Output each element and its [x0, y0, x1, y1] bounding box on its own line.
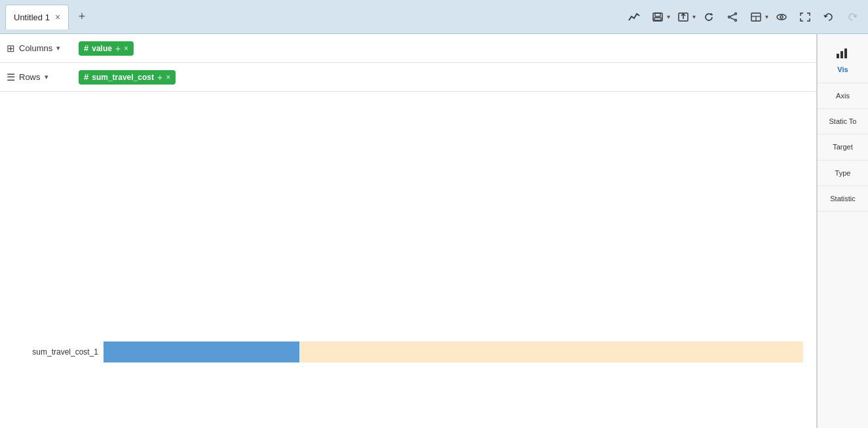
- right-panel-axis[interactable]: Axis: [818, 83, 868, 109]
- tab-close-button[interactable]: ×: [55, 12, 60, 22]
- columns-pill-remove[interactable]: ×: [124, 44, 128, 53]
- layout-icon[interactable]: [745, 7, 766, 28]
- svg-rect-15: [837, 54, 839, 58]
- svg-line-8: [730, 14, 735, 16]
- share-icon[interactable]: [722, 7, 743, 28]
- vis-label: Vis: [837, 66, 848, 73]
- content-area: ⊞ Columns ▾ # value + × ☰ Rows ▾ # sum_t…: [0, 34, 817, 428]
- undo-icon[interactable]: [818, 7, 839, 28]
- columns-label: ⊞ Columns ▾: [7, 43, 79, 54]
- columns-pill-hash: #: [84, 43, 88, 53]
- rows-pill-sum-travel[interactable]: # sum_travel_cost + ×: [79, 70, 176, 85]
- bar-row: sum_travel_cost_1: [13, 341, 803, 362]
- rows-icon: ☰: [7, 71, 15, 83]
- columns-text: Columns: [19, 43, 52, 53]
- svg-point-5: [735, 12, 737, 14]
- rows-chevron[interactable]: ▾: [45, 73, 48, 81]
- svg-rect-16: [840, 51, 843, 58]
- tab-untitled[interactable]: Untitled 1 ×: [5, 5, 69, 29]
- axis-label: Axis: [836, 92, 850, 100]
- rows-pill-add[interactable]: +: [157, 72, 162, 83]
- rows-pill-remove[interactable]: ×: [166, 73, 170, 82]
- bar-container: [104, 341, 803, 362]
- svg-point-13: [777, 14, 786, 20]
- bar-row-label: sum_travel_cost_1: [13, 347, 98, 357]
- right-panel-statistic[interactable]: Statistic: [818, 186, 868, 212]
- vis-icon: [821, 47, 864, 63]
- right-panel: Vis Axis Static To Target Type Statistic: [817, 34, 868, 428]
- eye-icon[interactable]: [771, 7, 792, 28]
- svg-line-9: [730, 17, 735, 19]
- toolbar: ▾ ▾: [624, 7, 863, 28]
- chart-bar-area: sum_travel_cost_1: [0, 341, 816, 362]
- right-panel-type[interactable]: Type: [818, 161, 868, 186]
- columns-icon: ⊞: [7, 43, 15, 54]
- svg-point-6: [728, 16, 730, 18]
- expand-icon[interactable]: [795, 7, 816, 28]
- columns-pill-text: value: [92, 44, 112, 53]
- svg-rect-2: [654, 18, 661, 20]
- main-layout: ⊞ Columns ▾ # value + × ☰ Rows ▾ # sum_t…: [0, 34, 868, 428]
- rows-text: Rows: [19, 72, 41, 82]
- bar-blue: [104, 341, 299, 362]
- save-icon[interactable]: [647, 7, 668, 28]
- target-label: Target: [833, 143, 853, 151]
- rows-shelf: ☰ Rows ▾ # sum_travel_cost + ×: [0, 63, 816, 92]
- columns-pill-add[interactable]: +: [115, 43, 121, 54]
- rows-pill-text: sum_travel_cost: [92, 73, 154, 82]
- statistic-label: Statistic: [830, 195, 856, 203]
- static-label: Static To: [829, 117, 857, 125]
- columns-shelf: ⊞ Columns ▾ # value + ×: [0, 34, 816, 63]
- rows-pill-hash: #: [84, 72, 88, 82]
- redo-icon[interactable]: [842, 7, 863, 28]
- right-panel-vis[interactable]: Vis: [818, 39, 868, 83]
- right-panel-target[interactable]: Target: [818, 134, 868, 160]
- type-label: Type: [835, 169, 851, 177]
- bar-peach: [299, 341, 803, 362]
- svg-point-7: [735, 19, 737, 21]
- right-panel-static[interactable]: Static To: [818, 109, 868, 134]
- layout-dropdown-arrow[interactable]: ▾: [765, 13, 768, 20]
- refresh-icon[interactable]: [698, 7, 719, 28]
- tab-bar: Untitled 1 × + ▾ ▾: [0, 0, 868, 34]
- svg-point-14: [780, 16, 783, 18]
- columns-chevron[interactable]: ▾: [56, 44, 60, 52]
- rows-label: ☰ Rows ▾: [7, 71, 79, 83]
- tab-label: Untitled 1: [14, 12, 50, 22]
- export-dropdown-arrow[interactable]: ▾: [692, 13, 696, 20]
- export-icon[interactable]: [673, 7, 694, 28]
- line-chart-icon[interactable]: [624, 7, 645, 28]
- new-tab-button[interactable]: +: [73, 8, 91, 26]
- save-dropdown-arrow[interactable]: ▾: [667, 13, 670, 20]
- svg-rect-17: [844, 49, 847, 58]
- columns-pill-value[interactable]: # value + ×: [79, 41, 134, 56]
- chart-canvas: sum_travel_cost_1: [0, 92, 816, 428]
